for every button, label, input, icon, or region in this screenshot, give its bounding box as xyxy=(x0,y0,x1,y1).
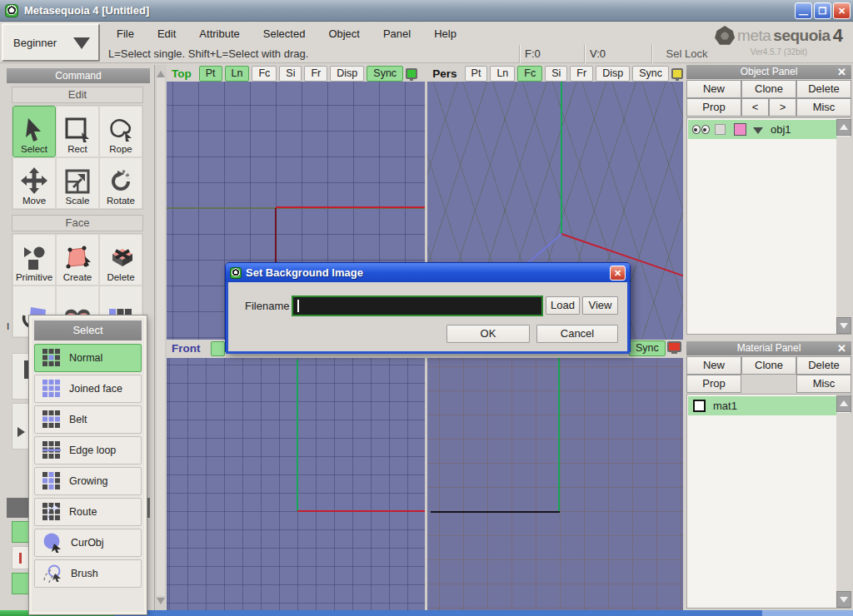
obscured-tool-button[interactable] xyxy=(12,403,30,450)
material-scroll-track[interactable] xyxy=(836,413,851,591)
material-list-item[interactable]: mat1 xyxy=(688,396,837,415)
obscured-tool-button[interactable] xyxy=(12,353,30,400)
object-new-button[interactable]: New xyxy=(686,80,741,98)
select-mode-belt[interactable]: Belt xyxy=(34,405,142,434)
command-scrollbar[interactable] xyxy=(155,65,167,610)
material-panel-close-icon[interactable]: ✕ xyxy=(837,341,846,355)
tool-move-button[interactable]: Move xyxy=(12,157,56,209)
object-scroll-track[interactable] xyxy=(836,137,851,317)
select-mode-edge-loop[interactable]: Edge loop xyxy=(34,436,142,464)
tool-rotate-button[interactable]: Rotate xyxy=(99,157,142,209)
select-mode-brush[interactable]: Brush xyxy=(34,559,142,588)
menu-panel[interactable]: Panel xyxy=(372,27,422,40)
menu-help[interactable]: Help xyxy=(422,27,468,40)
object-clone-button[interactable]: Clone xyxy=(741,80,796,98)
object-delete-button[interactable]: Delete xyxy=(796,80,851,98)
object-next-button[interactable]: > xyxy=(769,98,796,117)
top-disp-button[interactable]: Disp xyxy=(330,66,364,82)
tool-delete-button[interactable]: Delete xyxy=(99,234,142,286)
select-mode-joined-face[interactable]: Joined face xyxy=(34,375,142,403)
object-color-swatch[interactable] xyxy=(734,123,746,136)
menu-edit[interactable]: Edit xyxy=(146,27,187,40)
dropdown-triangle-icon xyxy=(73,37,90,57)
mode-selector[interactable]: Beginner xyxy=(2,23,100,62)
close-icon[interactable]: ✕ xyxy=(833,2,851,19)
obscured-green-button[interactable] xyxy=(12,573,30,594)
object-prop-button[interactable]: Prop xyxy=(686,98,741,117)
material-delete-button[interactable]: Delete xyxy=(796,356,851,375)
object-misc-button[interactable]: Misc xyxy=(796,98,851,117)
select-mode-route[interactable]: Route xyxy=(34,498,142,526)
pers-ln-button[interactable]: Ln xyxy=(490,66,515,82)
sel-lock-toggle[interactable]: Sel Lock xyxy=(651,45,716,63)
tool-rect-button[interactable]: Rect xyxy=(56,106,99,157)
material-scroll-down[interactable] xyxy=(836,591,851,608)
ok-button[interactable]: OK xyxy=(446,325,530,343)
material-scroll-up[interactable] xyxy=(836,395,851,412)
top-si-button[interactable]: Si xyxy=(279,66,302,82)
object-list-item[interactable]: obj1 xyxy=(688,120,837,139)
menu-file[interactable]: File xyxy=(105,27,146,40)
eyes-visibility-icon[interactable] xyxy=(692,125,710,134)
obscured-green-button[interactable] xyxy=(12,521,30,543)
rb-sync-button[interactable]: Sync xyxy=(629,340,666,356)
lock-checkbox[interactable] xyxy=(715,124,726,135)
monitor-yellow-icon[interactable] xyxy=(671,68,683,79)
top-pt-button[interactable]: Pt xyxy=(199,66,222,82)
restore-icon[interactable]: ❐ xyxy=(814,2,831,19)
scroll-up-icon[interactable] xyxy=(157,67,165,77)
scale-icon xyxy=(65,169,90,194)
tool-create-button[interactable]: Create xyxy=(56,234,99,286)
expand-triangle-icon[interactable] xyxy=(753,127,763,139)
material-clone-button[interactable]: Clone xyxy=(741,356,796,375)
tool-rope-button[interactable]: Rope xyxy=(99,106,142,157)
pers-pt-button[interactable]: Pt xyxy=(465,66,488,82)
dialog-close-icon[interactable]: ✕ xyxy=(610,266,626,281)
material-prop-button[interactable]: Prop xyxy=(686,375,741,393)
metasequoia-window: Metasequoia 4 [Untitled] — ❐ ✕ File Edit… xyxy=(0,0,853,616)
top-ln-button[interactable]: Ln xyxy=(225,66,250,82)
object-prev-button[interactable]: < xyxy=(741,98,769,117)
load-button[interactable]: Load xyxy=(546,296,580,315)
view-button[interactable]: View xyxy=(582,296,618,315)
object-scroll-down[interactable] xyxy=(836,317,851,334)
object-scroll-up[interactable] xyxy=(836,119,851,136)
route-path-icon xyxy=(42,503,61,521)
top-fr-button[interactable]: Fr xyxy=(304,66,327,82)
menu-selected[interactable]: Selected xyxy=(252,27,317,40)
menu-attribute[interactable]: Attribute xyxy=(187,27,251,40)
minimize-icon[interactable]: — xyxy=(795,2,812,19)
material-color-swatch[interactable] xyxy=(693,400,706,412)
filename-label: Filename xyxy=(245,300,289,312)
filename-input[interactable] xyxy=(292,296,543,316)
pers-fr-button[interactable]: Fr xyxy=(570,66,593,82)
cancel-button[interactable]: Cancel xyxy=(536,325,618,343)
top-sync-button[interactable]: Sync xyxy=(367,66,403,82)
top-fc-button[interactable]: Fc xyxy=(252,66,277,82)
front-pt-button-partial[interactable] xyxy=(211,341,225,356)
material-misc-button[interactable]: Misc xyxy=(796,375,851,393)
material-list: mat1 xyxy=(686,394,851,609)
menu-object[interactable]: Object xyxy=(317,27,372,40)
viewport-front[interactable] xyxy=(167,358,425,610)
tool-primitive-button[interactable]: Primitive xyxy=(12,234,56,286)
monitor-green-icon[interactable] xyxy=(406,68,417,79)
material-new-button[interactable]: New xyxy=(686,356,741,375)
monitor-red-icon[interactable] xyxy=(667,341,681,352)
object-panel-close-icon[interactable]: ✕ xyxy=(837,65,846,79)
tool-select-button[interactable]: Select xyxy=(12,106,56,157)
rope-select-icon xyxy=(108,117,133,142)
brand-version: Ver4.5.7 (32bit) xyxy=(708,47,850,57)
viewport-side[interactable] xyxy=(427,358,683,610)
tool-scale-button[interactable]: Scale xyxy=(56,157,99,209)
scroll-down-icon[interactable] xyxy=(157,598,165,609)
pers-sync-button[interactable]: Sync xyxy=(632,66,669,82)
obscured-white-button[interactable] xyxy=(12,546,30,569)
pers-disp-button[interactable]: Disp xyxy=(596,66,630,82)
brand-logo: metasequoia4 Ver4.5.7 (32bit) xyxy=(708,25,850,62)
pers-fc-button[interactable]: Fc xyxy=(517,66,542,82)
select-mode-normal[interactable]: Normal xyxy=(34,344,142,372)
select-mode-growing[interactable]: Growing xyxy=(34,467,142,495)
pers-si-button[interactable]: Si xyxy=(545,66,567,82)
select-mode-curobj[interactable]: CurObj xyxy=(34,529,142,557)
